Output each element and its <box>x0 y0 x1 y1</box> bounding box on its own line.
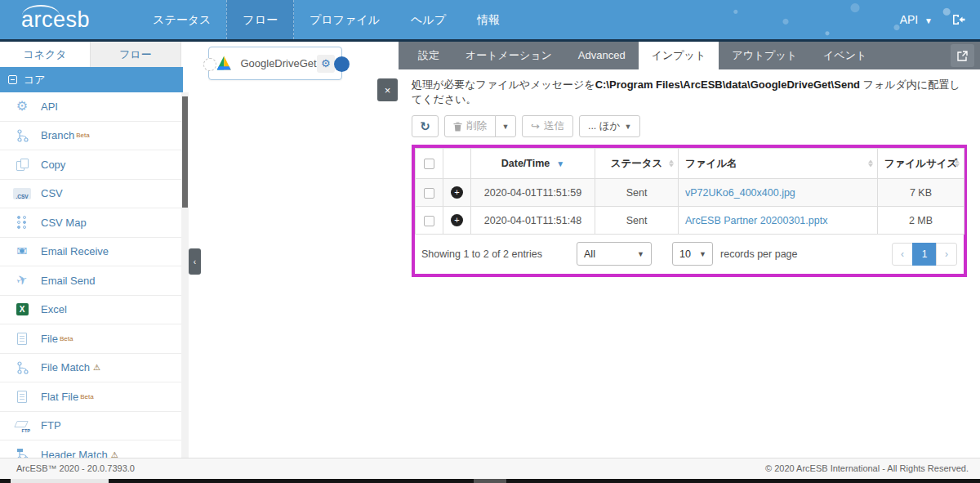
input-port-icon[interactable] <box>203 58 216 71</box>
tab-automation[interactable]: オートメーション <box>452 42 565 69</box>
nav-item-status[interactable]: ステータス <box>137 0 226 39</box>
filename-link[interactable]: ArcESB Partner 20200301.pptx <box>679 207 878 235</box>
group-header-core[interactable]: コア <box>0 67 183 92</box>
more-button[interactable]: ... ほか ▼ <box>579 115 640 137</box>
connector-label: Branch <box>41 129 74 141</box>
table-footer: Showing 1 to 2 of 2 entries All ▼ 10 ▼ r… <box>415 235 964 274</box>
table-header-row: Date/Time▼ ステータス ファイル名 ファイルサイズ <box>416 149 964 179</box>
output-port-icon[interactable] <box>334 56 350 72</box>
connector-item-email-send[interactable]: ✈ Email Send <box>0 266 181 296</box>
page-size-select[interactable]: 10 ▼ <box>672 242 713 266</box>
connector-item-copy[interactable]: Copy <box>0 150 181 180</box>
connector-item-branch[interactable]: Branch Beta <box>0 122 181 151</box>
nav-item-help[interactable]: ヘルプ <box>395 0 461 39</box>
main-nav: ステータス フロー プロファイル ヘルプ 情報 <box>137 0 515 39</box>
group-header-label: コア <box>24 73 46 87</box>
column-header-filesize[interactable]: ファイルサイズ <box>878 149 964 179</box>
google-drive-icon <box>216 56 232 71</box>
beta-badge: Beta <box>76 132 89 139</box>
sort-icon <box>955 160 960 168</box>
app-logo[interactable]: arcesb <box>21 0 90 39</box>
send-button[interactable]: ↪ 送信 <box>522 115 573 137</box>
tab-settings[interactable]: 設定 <box>405 42 452 69</box>
ftp-icon: FTP <box>10 420 34 432</box>
connector-item-header-match[interactable]: Header Match ⚠ <box>0 441 181 458</box>
tab-flows[interactable]: フロー <box>91 42 181 67</box>
row-checkbox[interactable] <box>424 216 434 226</box>
expand-row-icon[interactable]: + <box>451 186 463 199</box>
datetime-cell: 2020-04-01T11:51:59 <box>471 179 595 207</box>
navbar-right: API ▼ <box>900 0 965 39</box>
connector-item-flat-file[interactable]: Flat File Beta <box>0 382 181 412</box>
sort-desc-icon: ▼ <box>556 159 564 168</box>
connector-sidebar: コネクタ フロー コア ⚙ API Branch Beta <box>0 42 201 458</box>
tab-output[interactable]: アウトプット <box>719 42 810 69</box>
records-per-page-label: records per page <box>720 248 798 260</box>
taskbar-strip <box>0 479 980 483</box>
csv-icon: .CSV <box>10 188 34 199</box>
column-header-datetime[interactable]: Date/Time▼ <box>471 149 595 179</box>
gear-icon: ⚙ <box>10 100 34 113</box>
tab-events[interactable]: イベント <box>810 42 880 69</box>
excel-icon: X <box>10 303 34 315</box>
flow-canvas[interactable]: GoogleDriveGet ⚙ × <box>201 42 399 458</box>
api-dropdown[interactable]: API ▼ <box>900 13 933 26</box>
filter-select[interactable]: All ▼ <box>577 242 652 266</box>
nav-item-info[interactable]: 情報 <box>461 0 515 39</box>
input-files-table: Date/Time▼ ステータス ファイル名 ファイルサイズ <box>415 148 964 235</box>
popout-icon[interactable] <box>951 44 974 67</box>
connector-item-ftp[interactable]: FTP FTP <box>0 412 181 441</box>
row-checkbox[interactable] <box>424 188 434 199</box>
select-all-checkbox[interactable] <box>424 159 434 169</box>
connector-label: CSV <box>41 187 63 199</box>
connector-item-file[interactable]: File Beta <box>0 324 181 354</box>
email-receive-icon: ✉ <box>10 245 34 258</box>
panel-body: 処理が必要なファイルやメッセージをC:\Program Files\ArcESB… <box>399 69 980 277</box>
refresh-button[interactable]: ↻ <box>412 115 439 137</box>
close-panel-button[interactable]: × <box>377 78 398 101</box>
connector-item-excel[interactable]: X Excel <box>0 296 181 325</box>
card-settings-gear-icon[interactable]: ⚙ <box>317 55 335 73</box>
copy-icon <box>10 159 34 171</box>
connector-card-googledriveget[interactable]: GoogleDriveGet ⚙ <box>208 47 342 80</box>
main-area: コネクタ フロー コア ⚙ API Branch Beta <box>0 42 980 458</box>
delete-button[interactable]: 削除 <box>444 115 496 137</box>
datetime-cell: 2020-04-01T11:51:48 <box>471 207 595 235</box>
warning-icon: ⚠ <box>111 450 118 458</box>
panel-tabbar: 設定 オートメーション Advanced インプット アウトプット イベント <box>399 42 980 69</box>
next-page-button[interactable]: › <box>936 243 957 266</box>
expand-row-icon[interactable]: + <box>451 214 463 226</box>
connector-detail-panel: 設定 オートメーション Advanced インプット アウトプット イベント 処… <box>399 42 980 458</box>
sidebar-scrollbar-thumb[interactable] <box>182 96 188 208</box>
delete-dropdown-button[interactable]: ▼ <box>495 115 516 137</box>
current-page-button[interactable]: 1 <box>912 243 937 266</box>
connector-item-api[interactable]: ⚙ API <box>0 92 181 122</box>
filename-link[interactable]: vP72UKo6_400x400.jpg <box>679 179 878 207</box>
column-header-status[interactable]: ステータス <box>595 149 679 179</box>
connector-item-file-match[interactable]: File Match ⚠ <box>0 354 181 383</box>
app-footer: ArcESB™ 2020 - 20.0.7393.0 © 2020 ArcESB… <box>0 458 980 479</box>
connector-item-email-receive[interactable]: ✉ Email Receive <box>0 238 181 267</box>
sidebar-tabs: コネクタ フロー <box>0 42 201 67</box>
nav-item-profile[interactable]: プロファイル <box>294 0 395 39</box>
sidebar-collapse-handle[interactable]: ‹ <box>189 248 201 275</box>
tab-advanced[interactable]: Advanced <box>565 42 639 69</box>
connector-card-title: GoogleDriveGet <box>240 57 316 69</box>
sort-icon <box>868 160 873 168</box>
tab-input[interactable]: インプット <box>639 42 719 69</box>
branch-icon <box>10 129 34 142</box>
version-text: ArcESB™ 2020 - 20.0.7393.0 <box>16 463 135 473</box>
logout-icon[interactable] <box>952 14 965 25</box>
tab-connectors[interactable]: コネクタ <box>0 42 91 67</box>
connector-item-csv[interactable]: .CSV CSV <box>0 180 181 209</box>
highlight-annotation-box: Date/Time▼ ステータス ファイル名 ファイルサイズ <box>412 145 967 277</box>
input-folder-instruction: 処理が必要なファイルやメッセージをC:\Program Files\ArcESB… <box>412 78 967 107</box>
connector-item-csv-map[interactable]: CSV Map <box>0 208 181 238</box>
prev-page-button[interactable]: ‹ <box>892 243 913 266</box>
sort-icon <box>669 160 674 168</box>
status-cell: Sent <box>595 207 679 235</box>
nav-item-flow[interactable]: フロー <box>226 0 294 39</box>
sidebar-scrollbar[interactable] <box>181 92 189 458</box>
delete-label: 削除 <box>466 119 487 133</box>
column-header-filename[interactable]: ファイル名 <box>679 149 878 179</box>
